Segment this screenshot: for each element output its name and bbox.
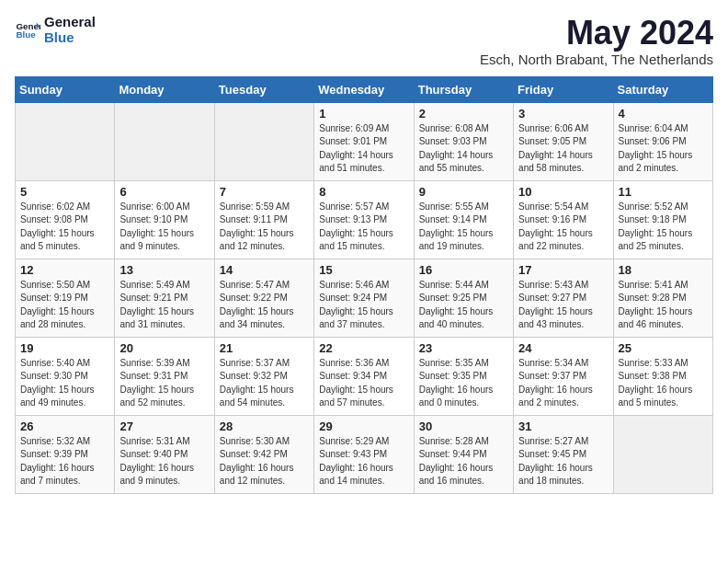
day-number: 29 (319, 419, 408, 433)
day-number: 8 (319, 185, 408, 199)
calendar-week-row: 19Sunrise: 5:40 AM Sunset: 9:30 PM Dayli… (16, 337, 713, 415)
day-number: 10 (518, 185, 608, 199)
calendar-cell: 24Sunrise: 5:34 AM Sunset: 9:37 PM Dayli… (514, 337, 613, 415)
calendar-cell (115, 102, 214, 180)
cell-content: Sunrise: 5:32 AM Sunset: 9:39 PM Dayligh… (20, 435, 109, 488)
day-number: 9 (419, 185, 508, 199)
calendar-cell: 21Sunrise: 5:37 AM Sunset: 9:32 PM Dayli… (214, 337, 313, 415)
svg-text:Blue: Blue (16, 29, 36, 40)
calendar-cell: 3Sunrise: 6:06 AM Sunset: 9:05 PM Daylig… (514, 102, 613, 180)
calendar-cell: 22Sunrise: 5:36 AM Sunset: 9:34 PM Dayli… (314, 337, 414, 415)
calendar-cell: 23Sunrise: 5:35 AM Sunset: 9:35 PM Dayli… (414, 337, 513, 415)
calendar-cell: 25Sunrise: 5:33 AM Sunset: 9:38 PM Dayli… (613, 337, 712, 415)
calendar-cell: 19Sunrise: 5:40 AM Sunset: 9:30 PM Dayli… (16, 337, 115, 415)
calendar-cell: 4Sunrise: 6:04 AM Sunset: 9:06 PM Daylig… (613, 102, 712, 180)
calendar-cell: 8Sunrise: 5:57 AM Sunset: 9:13 PM Daylig… (314, 180, 414, 259)
cell-content: Sunrise: 5:43 AM Sunset: 9:27 PM Dayligh… (518, 279, 608, 332)
day-number: 26 (20, 419, 109, 433)
day-number: 21 (220, 341, 309, 355)
day-of-week-header: Tuesday (214, 76, 313, 102)
day-number: 4 (619, 107, 708, 121)
cell-content: Sunrise: 5:28 AM Sunset: 9:44 PM Dayligh… (419, 435, 508, 488)
day-number: 30 (419, 419, 508, 433)
calendar-week-row: 26Sunrise: 5:32 AM Sunset: 9:39 PM Dayli… (16, 415, 713, 493)
day-of-week-header: Wednesday (314, 76, 414, 102)
cell-content: Sunrise: 5:40 AM Sunset: 9:30 PM Dayligh… (20, 357, 109, 410)
day-number: 17 (518, 263, 608, 277)
calendar-cell: 29Sunrise: 5:29 AM Sunset: 9:43 PM Dayli… (314, 415, 414, 493)
calendar-cell: 9Sunrise: 5:55 AM Sunset: 9:14 PM Daylig… (414, 180, 513, 259)
calendar-cell: 17Sunrise: 5:43 AM Sunset: 9:27 PM Dayli… (514, 259, 613, 337)
calendar-cell: 10Sunrise: 5:54 AM Sunset: 9:16 PM Dayli… (514, 180, 613, 259)
day-number: 13 (119, 263, 209, 277)
cell-content: Sunrise: 5:46 AM Sunset: 9:24 PM Dayligh… (319, 279, 408, 332)
cell-content: Sunrise: 5:31 AM Sunset: 9:40 PM Dayligh… (119, 435, 209, 488)
cell-content: Sunrise: 5:52 AM Sunset: 9:18 PM Dayligh… (619, 201, 708, 254)
logo-general-text: General (44, 15, 96, 30)
cell-content: Sunrise: 5:47 AM Sunset: 9:22 PM Dayligh… (220, 279, 309, 332)
day-of-week-header: Sunday (16, 76, 115, 102)
calendar-cell: 20Sunrise: 5:39 AM Sunset: 9:31 PM Dayli… (115, 337, 214, 415)
calendar-cell: 31Sunrise: 5:27 AM Sunset: 9:45 PM Dayli… (514, 415, 613, 493)
calendar-cell (214, 102, 313, 180)
calendar-cell: 5Sunrise: 6:02 AM Sunset: 9:08 PM Daylig… (16, 180, 115, 259)
calendar-cell: 26Sunrise: 5:32 AM Sunset: 9:39 PM Dayli… (16, 415, 115, 493)
title-area: May 2024 Esch, North Brabant, The Nether… (480, 15, 713, 67)
cell-content: Sunrise: 5:54 AM Sunset: 9:16 PM Dayligh… (518, 201, 608, 254)
day-number: 31 (518, 419, 608, 433)
day-number: 11 (619, 185, 708, 199)
day-number: 12 (20, 263, 109, 277)
cell-content: Sunrise: 5:57 AM Sunset: 9:13 PM Dayligh… (319, 201, 408, 254)
calendar-cell: 11Sunrise: 5:52 AM Sunset: 9:18 PM Dayli… (613, 180, 712, 259)
cell-content: Sunrise: 5:50 AM Sunset: 9:19 PM Dayligh… (20, 279, 109, 332)
calendar-header-row: SundayMondayTuesdayWednesdayThursdayFrid… (16, 76, 713, 102)
cell-content: Sunrise: 5:33 AM Sunset: 9:38 PM Dayligh… (619, 357, 708, 410)
cell-content: Sunrise: 5:36 AM Sunset: 9:34 PM Dayligh… (319, 357, 408, 410)
calendar-cell: 6Sunrise: 6:00 AM Sunset: 9:10 PM Daylig… (115, 180, 214, 259)
day-of-week-header: Thursday (414, 76, 513, 102)
day-number: 22 (319, 341, 408, 355)
cell-content: Sunrise: 5:39 AM Sunset: 9:31 PM Dayligh… (119, 357, 209, 410)
day-number: 7 (220, 185, 309, 199)
day-number: 28 (220, 419, 309, 433)
month-title: May 2024 (480, 15, 713, 52)
cell-content: Sunrise: 5:30 AM Sunset: 9:42 PM Dayligh… (220, 435, 309, 488)
calendar-cell: 7Sunrise: 5:59 AM Sunset: 9:11 PM Daylig… (214, 180, 313, 259)
cell-content: Sunrise: 5:37 AM Sunset: 9:32 PM Dayligh… (220, 357, 309, 410)
calendar-cell (613, 415, 712, 493)
logo-icon: General Blue (15, 17, 40, 43)
calendar-cell: 27Sunrise: 5:31 AM Sunset: 9:40 PM Dayli… (115, 415, 214, 493)
cell-content: Sunrise: 5:44 AM Sunset: 9:25 PM Dayligh… (419, 279, 508, 332)
calendar-week-row: 1Sunrise: 6:09 AM Sunset: 9:01 PM Daylig… (16, 102, 713, 180)
location-subtitle: Esch, North Brabant, The Netherlands (480, 52, 713, 67)
calendar-week-row: 5Sunrise: 6:02 AM Sunset: 9:08 PM Daylig… (16, 180, 713, 259)
day-number: 1 (319, 107, 408, 121)
calendar-cell: 2Sunrise: 6:08 AM Sunset: 9:03 PM Daylig… (414, 102, 513, 180)
logo: General Blue General Blue (15, 15, 96, 45)
day-number: 24 (518, 341, 608, 355)
page-header: General Blue General Blue May 2024 Esch,… (15, 15, 713, 67)
day-number: 16 (419, 263, 508, 277)
cell-content: Sunrise: 5:29 AM Sunset: 9:43 PM Dayligh… (319, 435, 408, 488)
calendar-cell: 12Sunrise: 5:50 AM Sunset: 9:19 PM Dayli… (16, 259, 115, 337)
calendar-cell: 15Sunrise: 5:46 AM Sunset: 9:24 PM Dayli… (314, 259, 414, 337)
day-number: 27 (119, 419, 209, 433)
day-number: 2 (419, 107, 508, 121)
day-number: 25 (619, 341, 708, 355)
calendar-cell: 28Sunrise: 5:30 AM Sunset: 9:42 PM Dayli… (214, 415, 313, 493)
calendar-cell (16, 102, 115, 180)
day-number: 18 (619, 263, 708, 277)
cell-content: Sunrise: 5:27 AM Sunset: 9:45 PM Dayligh… (518, 435, 608, 488)
logo-blue-text: Blue (44, 30, 96, 46)
calendar-week-row: 12Sunrise: 5:50 AM Sunset: 9:19 PM Dayli… (16, 259, 713, 337)
cell-content: Sunrise: 5:35 AM Sunset: 9:35 PM Dayligh… (419, 357, 508, 410)
day-of-week-header: Friday (514, 76, 613, 102)
cell-content: Sunrise: 6:00 AM Sunset: 9:10 PM Dayligh… (119, 201, 209, 254)
day-of-week-header: Monday (115, 76, 214, 102)
calendar-cell: 30Sunrise: 5:28 AM Sunset: 9:44 PM Dayli… (414, 415, 513, 493)
cell-content: Sunrise: 5:55 AM Sunset: 9:14 PM Dayligh… (419, 201, 508, 254)
day-number: 15 (319, 263, 408, 277)
cell-content: Sunrise: 5:49 AM Sunset: 9:21 PM Dayligh… (119, 279, 209, 332)
day-number: 3 (518, 107, 608, 121)
day-number: 5 (20, 185, 109, 199)
